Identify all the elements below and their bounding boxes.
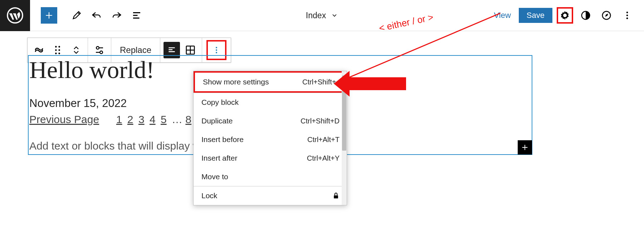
inserter-button[interactable]: [41, 7, 57, 24]
sliders-icon: [94, 45, 105, 55]
svg-point-9: [58, 49, 60, 51]
kebab-icon: [212, 45, 221, 55]
plus-icon: [44, 11, 54, 20]
editor-topbar: Index View Save: [0, 0, 644, 31]
compass-icon: [601, 10, 612, 21]
wordpress-logo-button[interactable]: [0, 0, 30, 31]
chevron-up-icon: [73, 46, 79, 50]
save-button[interactable]: Save: [519, 8, 552, 23]
annotation-arrow: [349, 77, 406, 90]
svg-point-6: [55, 46, 57, 48]
styles-button[interactable]: [577, 7, 594, 24]
undo-button[interactable]: [88, 7, 105, 24]
inline-inserter-button[interactable]: [518, 140, 532, 155]
tools-select-button[interactable]: [68, 7, 85, 24]
svg-point-11: [58, 53, 60, 54]
menu-item-shortcut: Ctrl+Shift+,: [302, 78, 338, 86]
page-ellipsis: …: [172, 113, 182, 125]
align-left-icon: [167, 45, 176, 55]
svg-point-7: [58, 46, 60, 48]
page-link[interactable]: 2: [127, 113, 133, 125]
page-link[interactable]: 4: [150, 113, 156, 125]
menu-copy-block[interactable]: Copy block: [194, 93, 347, 112]
svg-point-3: [626, 12, 628, 14]
svg-point-13: [100, 51, 103, 54]
page-link[interactable]: 8: [185, 113, 191, 125]
prev-page-link[interactable]: Previous Page: [29, 113, 99, 125]
redo-icon: [111, 10, 122, 21]
list-view-button[interactable]: [128, 7, 145, 24]
svg-point-16: [216, 49, 217, 51]
drag-icon: [54, 45, 61, 55]
template-name: Index: [306, 11, 326, 20]
menu-item-shortcut: Ctrl+Alt+T: [307, 136, 340, 144]
edit-icon: [72, 10, 82, 20]
svg-point-4: [626, 15, 628, 16]
svg-point-8: [55, 49, 57, 51]
menu-duplicate[interactable]: Duplicate Ctrl+Shift+D: [194, 112, 347, 130]
page-link[interactable]: 5: [161, 113, 167, 125]
menu-move-to[interactable]: Move to: [194, 167, 347, 186]
grid-icon: [185, 45, 196, 55]
svg-point-12: [96, 47, 99, 49]
undo-icon: [91, 10, 102, 21]
menu-item-label: Show more settings: [203, 78, 269, 86]
menu-item-label: Insert before: [201, 135, 244, 144]
svg-point-17: [216, 52, 217, 53]
menu-item-label: Duplicate: [201, 117, 233, 125]
contrast-icon: [580, 10, 591, 21]
menu-item-label: Copy block: [201, 98, 239, 107]
loop-icon: [34, 45, 44, 55]
settings-button[interactable]: [557, 7, 573, 24]
menu-insert-after[interactable]: Insert after Ctrl+Alt+Y: [194, 149, 347, 167]
svg-point-15: [216, 47, 217, 48]
redo-button[interactable]: [108, 7, 125, 24]
menu-insert-before[interactable]: Insert before Ctrl+Alt+T: [194, 130, 347, 149]
menu-lock[interactable]: Lock: [194, 186, 347, 205]
page-link[interactable]: 1: [116, 113, 122, 125]
page-link[interactable]: 3: [138, 113, 145, 125]
block-options-menu: Show more settings Ctrl+Shift+, Copy blo…: [193, 71, 347, 205]
replace-button[interactable]: Replace: [113, 45, 158, 55]
menu-item-label: Lock: [201, 191, 217, 200]
svg-point-10: [55, 53, 57, 54]
options-button[interactable]: [619, 7, 635, 24]
list-view-icon: [131, 10, 142, 21]
menu-item-shortcut: Ctrl+Shift+D: [301, 117, 340, 125]
template-selector[interactable]: Index: [306, 11, 338, 20]
lock-icon: [332, 192, 340, 200]
menu-item-label: Insert after: [201, 154, 237, 162]
gear-icon: [560, 10, 570, 21]
plus-icon: [521, 143, 529, 151]
svg-point-5: [626, 18, 628, 19]
menu-show-more-settings[interactable]: Show more settings Ctrl+Shift+,: [194, 71, 347, 93]
chevron-down-icon: [331, 12, 338, 19]
menu-item-label: Move to: [201, 172, 228, 181]
wordpress-icon: [7, 7, 23, 24]
menu-item-shortcut: Ctrl+Alt+Y: [307, 154, 340, 162]
browse-button[interactable]: [598, 7, 615, 24]
chevron-down-icon: [73, 50, 79, 54]
kebab-icon: [622, 10, 632, 20]
svg-rect-18: [334, 195, 338, 198]
